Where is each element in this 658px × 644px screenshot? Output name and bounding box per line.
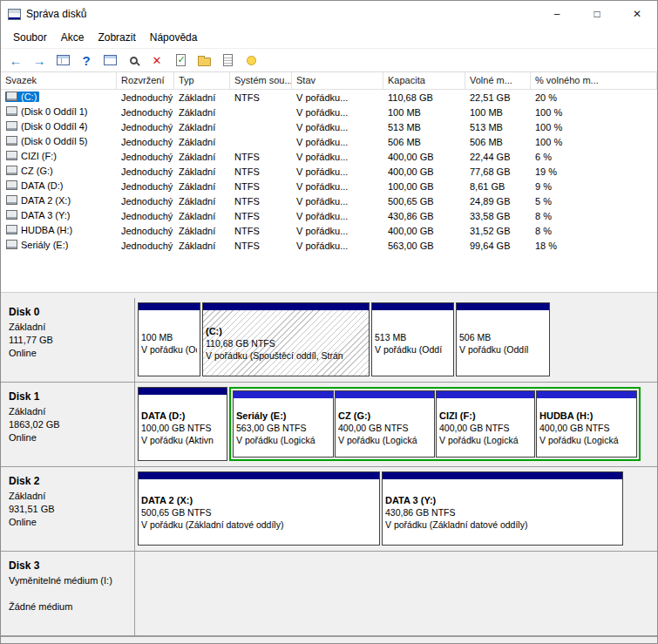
volume-cell: V pořádku...	[292, 226, 383, 236]
disk-info-line: Online	[9, 516, 131, 529]
menu-item-soubor[interactable]: Soubor	[6, 29, 54, 46]
show-console-tree-glyph	[57, 55, 70, 65]
partition-text: DATA 2 (X:)500,65 GB NTFSV pořádku (Zákl…	[139, 479, 379, 545]
disk-row: Disk 0Základní111,77 GBOnline100 MBV poř…	[1, 298, 657, 383]
column-header-7[interactable]: Volné m...	[465, 72, 531, 89]
volume-row[interactable]: DATA 3 (Y:)JednoduchýZákladníNTFSV pořád…	[1, 208, 657, 223]
volume-row[interactable]: (Disk 0 Oddíl 4)JednoduchýZákladníV pořá…	[1, 119, 657, 134]
volume-cell: V pořádku...	[292, 166, 383, 177]
volume-cell: Základní	[174, 92, 230, 103]
show-console-tree-icon[interactable]	[53, 51, 72, 70]
partition-title: DATA (D:)	[141, 410, 224, 422]
volume-cell: 99,64 GB	[465, 241, 531, 251]
partition-color-bar	[383, 472, 622, 479]
partition-box[interactable]: 100 MBV pořádku (Oddí	[138, 302, 200, 376]
delete-volume-icon[interactable]	[147, 51, 166, 70]
partition-text: DATA (D:)100,00 GB NTFSV pořádku (Aktivn	[139, 395, 227, 460]
volume-cell: 110,68 GB	[383, 92, 465, 103]
check-document-glyph	[176, 54, 186, 66]
volume-name: HUDBA (H:)	[21, 225, 72, 235]
partition-title: CZ (G:)	[338, 410, 431, 422]
volume-label: DATA (D:)	[5, 180, 65, 191]
console-window-icon[interactable]	[100, 51, 119, 70]
check-document-icon[interactable]	[171, 51, 190, 70]
volume-row[interactable]: (Disk 0 Oddíl 5)JednoduchýZákladníV pořá…	[1, 134, 657, 149]
volume-cell: Jednoduchý	[117, 122, 174, 132]
disk-info-line: Online	[9, 347, 131, 360]
partition-box[interactable]: 506 MBV pořádku (Oddíl	[456, 302, 550, 376]
drive-icon	[6, 136, 17, 146]
help-icon[interactable]	[77, 51, 96, 70]
disk-info-panel[interactable]: Disk 1Základní1863,02 GBOnline	[1, 383, 135, 466]
column-header-6[interactable]: Kapacita	[383, 72, 465, 89]
volume-cell: Základní	[174, 152, 230, 162]
column-header-3[interactable]: Typ	[174, 72, 230, 89]
partition-box[interactable]: CIZI (F:)400,00 GB NTFSV pořádku (Logick…	[436, 390, 535, 458]
minimize-button[interactable]: –	[537, 1, 577, 27]
volume-row[interactable]: DATA 2 (X:)JednoduchýZákladníNTFSV pořád…	[1, 193, 657, 208]
volume-row[interactable]: (Disk 0 Oddíl 1)JednoduchýZákladníV pořá…	[1, 105, 657, 119]
partition-box[interactable]: (C:)110,68 GB NTFSV pořádku (Spouštěcí o…	[202, 302, 370, 376]
partition-status: V pořádku (Oddí	[141, 343, 197, 356]
volume-cell: Jednoduchý	[117, 92, 174, 103]
menu-item-akce[interactable]: Akce	[54, 29, 92, 46]
menu-item-zobrazit[interactable]: Zobrazit	[91, 29, 142, 46]
menu-item-napoveda[interactable]: Nápověda	[143, 29, 205, 46]
volume-row[interactable]: DATA (D:)JednoduchýZákladníNTFSV pořádku…	[1, 179, 657, 193]
partition-size: 400,00 GB NTFS	[439, 422, 532, 434]
partition-text: 513 MBV pořádku (Oddí	[372, 310, 453, 376]
volume-label: Seriály (E:)	[5, 240, 71, 250]
partition-box[interactable]: CZ (G:)400,00 GB NTFSV pořádku (Logická	[335, 390, 435, 458]
open-folder-icon[interactable]	[194, 51, 214, 70]
extended-partition-group: Seriály (E:)563,00 GB NTFSV pořádku (Log…	[229, 387, 641, 461]
disk-info-panel[interactable]: Disk 3Vyměnitelné médium (I:)Žádné médiu…	[1, 552, 135, 635]
partition-box[interactable]: 513 MBV pořádku (Oddí	[371, 302, 454, 376]
volume-cell: Základní	[174, 137, 230, 147]
disk-title: Disk 1	[9, 390, 131, 403]
volume-name: DATA 3 (Y:)	[21, 210, 70, 220]
partition-box[interactable]: DATA 3 (Y:)430,86 GB NTFSV pořádku (Zákl…	[382, 471, 623, 546]
column-header-4[interactable]: Systém sou...	[230, 72, 292, 89]
partition-status: V pořádku (Oddí	[375, 343, 451, 356]
volume-row[interactable]: Seriály (E:)JednoduchýZákladníNTFSV pořá…	[1, 238, 657, 253]
column-header-5[interactable]: Stav	[292, 72, 383, 89]
disk-info-line: Žádné médium	[9, 600, 131, 613]
volume-cell: DATA (D:)	[1, 180, 117, 193]
forward-icon[interactable]	[30, 51, 49, 70]
volume-cell: 100,00 GB	[383, 181, 465, 192]
volume-cell: Základní	[174, 181, 230, 192]
disk-info-panel[interactable]: Disk 2Základní931,51 GBOnline	[1, 467, 135, 551]
volume-row[interactable]: CIZI (F:)JednoduchýZákladníNTFSV pořádku…	[1, 149, 657, 164]
window-controls: – □ ✕	[537, 1, 657, 27]
column-header-1[interactable]: Svazek	[1, 72, 117, 89]
back-icon[interactable]	[6, 51, 25, 70]
volume-cell: Jednoduchý	[117, 226, 174, 236]
search-icon[interactable]	[124, 51, 143, 70]
hint-icon[interactable]	[241, 51, 261, 70]
volume-cell: (Disk 0 Oddíl 4)	[1, 121, 117, 133]
column-header-2[interactable]: Rozvržení	[117, 72, 174, 89]
volume-name: (Disk 0 Oddíl 5)	[21, 136, 87, 146]
open-folder-glyph	[198, 58, 211, 66]
volume-label: (Disk 0 Oddíl 1)	[5, 106, 90, 117]
volume-cell: Základní	[174, 122, 230, 132]
partition-size: 400,00 GB NTFS	[338, 422, 431, 434]
volume-row[interactable]: HUDBA (H:)JednoduchýZákladníNTFSV pořádk…	[1, 223, 657, 238]
partition-box[interactable]: Seriály (E:)563,00 GB NTFSV pořádku (Log…	[233, 390, 334, 458]
column-header-8[interactable]: % volného m...	[531, 72, 657, 89]
close-button[interactable]: ✕	[617, 1, 657, 27]
partition-box[interactable]: DATA 2 (X:)500,65 GB NTFSV pořádku (Zákl…	[138, 471, 380, 546]
partition-color-bar	[437, 391, 534, 398]
disk-info-panel[interactable]: Disk 0Základní111,77 GBOnline	[1, 298, 135, 382]
partition-color-bar	[139, 303, 200, 310]
document-icon[interactable]	[218, 51, 237, 70]
partition-box[interactable]: DATA (D:)100,00 GB NTFSV pořádku (Aktivn	[138, 387, 227, 461]
partition-color-bar	[457, 303, 549, 310]
volume-label: (Disk 0 Oddíl 4)	[5, 121, 90, 132]
volume-cell: 8,61 GB	[465, 181, 531, 192]
maximize-button[interactable]: □	[577, 1, 617, 27]
volume-row[interactable]: (C:)JednoduchýZákladníNTFSV pořádku...11…	[1, 90, 657, 105]
delete-volume-glyph	[153, 55, 162, 66]
partition-box[interactable]: HUDBA (H:)400,00 GB NTFSV pořádku (Logic…	[536, 390, 637, 458]
volume-row[interactable]: CZ (G:)JednoduchýZákladníNTFSV pořádku..…	[1, 164, 657, 179]
